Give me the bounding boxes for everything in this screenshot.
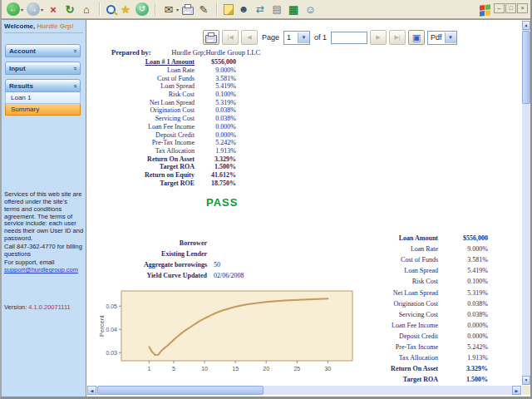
sidebar-section-account[interactable]: Account» xyxy=(5,44,81,57)
row-value: 5.419% xyxy=(438,267,488,274)
row-value: 50 xyxy=(207,261,220,268)
print-icon xyxy=(182,7,194,15)
chevron-up-icon: » xyxy=(71,84,78,87)
maximize-button[interactable]: □ xyxy=(505,3,516,13)
table-row: Servicing Cost0.038% xyxy=(110,115,236,123)
table-row: Loan # 1 Amount$556,000 xyxy=(110,58,236,66)
svg-text:25: 25 xyxy=(293,366,300,372)
forward-button[interactable]: →▾ xyxy=(27,2,43,16)
edit-button[interactable]: ✎ xyxy=(197,2,210,16)
history-icon: ↺ xyxy=(135,2,149,16)
svg-text:1: 1 xyxy=(147,366,150,372)
svg-text:20: 20 xyxy=(263,366,269,372)
sidebar: Welcome, Hurdle Grp! Account»Input»Resul… xyxy=(2,20,86,397)
search-button[interactable] xyxy=(106,5,116,14)
row-value: 9.000% xyxy=(195,66,236,74)
welcome-text: Welcome, Hurdle Grp! xyxy=(4,22,83,33)
contacts-icon: ☺ xyxy=(303,2,317,16)
row-value: 0.038% xyxy=(438,311,488,318)
vertical-scrollbar[interactable]: ▲ ▼ xyxy=(522,21,530,385)
row-value: 1.913% xyxy=(195,147,236,155)
table-row: Yield Curve Updated02/06/2008 xyxy=(123,270,264,281)
contacts-button[interactable]: ☺ xyxy=(303,2,317,16)
table-row: Return on Equity41.612% xyxy=(110,171,236,180)
spreadsheet-button[interactable]: ▦ xyxy=(287,2,300,16)
stop-button[interactable]: × xyxy=(47,2,60,16)
refresh-button[interactable]: ↻ xyxy=(63,2,76,16)
vertical-scroll-thumb[interactable] xyxy=(522,31,530,104)
share-button[interactable]: ⇄ xyxy=(254,2,267,16)
loan-details: BorrowerExisting LenderAggregate borrowi… xyxy=(123,238,264,281)
row-label: Loan Rate xyxy=(110,66,195,74)
version-label: Version: xyxy=(4,303,27,311)
document-button[interactable]: ▤ xyxy=(270,2,283,16)
row-label: Loan Spread xyxy=(361,267,438,274)
row-label: Aggregate borrowings xyxy=(123,261,207,268)
back-button[interactable]: ←▾ xyxy=(7,2,23,16)
print-button[interactable] xyxy=(182,4,194,15)
row-label: Loan Fee Income xyxy=(361,322,438,329)
scroll-down-icon[interactable]: ▼ xyxy=(522,376,530,385)
row-value: 1.500% xyxy=(195,163,236,170)
table-row: Loan Fee Income0.000% xyxy=(361,320,488,331)
history-button[interactable]: ↺ xyxy=(135,2,149,16)
sidebar-item-loan-1[interactable]: Loan 1 xyxy=(5,92,81,104)
table-row: Net Loan Spread5.319% xyxy=(361,287,488,298)
row-label: Return On Asset xyxy=(110,155,195,163)
horizontal-scrollbar[interactable]: ◀ ▶ xyxy=(87,386,521,395)
table-row: Net Loan Spread5.319% xyxy=(110,98,236,106)
row-label: Yield Curve Updated xyxy=(123,272,207,279)
scroll-left-icon[interactable]: ◀ xyxy=(87,386,96,395)
document-icon: ▤ xyxy=(270,2,283,16)
svg-text:0.05: 0.05 xyxy=(106,303,117,309)
home-button[interactable]: ⌂ xyxy=(80,2,93,16)
row-label: Target ROA xyxy=(361,376,438,383)
row-label: Loan Fee Income xyxy=(110,123,195,131)
row-value: $556,000 xyxy=(195,58,236,66)
chevron-down-icon: » xyxy=(71,66,78,70)
sidebar-section-results[interactable]: Results» xyxy=(5,79,81,92)
sidebar-item-summary[interactable]: Summary xyxy=(5,104,81,116)
row-value: 0.100% xyxy=(438,278,488,285)
table-row: Origination Cost0.038% xyxy=(110,106,236,115)
scroll-right-icon[interactable]: ▶ xyxy=(512,386,521,395)
row-value: 1.500% xyxy=(438,376,488,383)
horizontal-scroll-thumb[interactable] xyxy=(97,386,264,395)
note-button[interactable] xyxy=(224,4,234,15)
app-window: ←▾→▾×↻⌂★↺✉▾✎☻⇄▤▦☺ –□× Welcome, Hurdle Gr… xyxy=(0,0,532,399)
table-row: Deposit Credit0.000% xyxy=(110,131,236,139)
messenger-button[interactable]: ☻ xyxy=(237,2,250,16)
sidebar-section-input[interactable]: Input» xyxy=(5,62,81,75)
row-label: Cost of Funds xyxy=(110,75,195,82)
row-label: Net Loan Spread xyxy=(110,99,195,106)
detail-table: Loan Amount$556,000Loan Rate9.000%Cost o… xyxy=(361,233,488,396)
row-value: 3.329% xyxy=(195,155,236,163)
row-value: 0.000% xyxy=(438,322,488,329)
support-email-link[interactable]: support@hurdlegroup.com xyxy=(4,266,78,273)
favorites-button[interactable]: ★ xyxy=(119,2,132,16)
row-label: Servicing Cost xyxy=(110,115,195,122)
table-row: Servicing Cost0.038% xyxy=(361,309,488,320)
row-label: Risk Cost xyxy=(361,278,438,285)
row-value: $556,000 xyxy=(438,234,488,242)
table-row: Pre-Tax Income5.242% xyxy=(110,139,236,147)
toolbar-separator xyxy=(155,2,156,16)
row-label: Risk Cost xyxy=(110,91,195,98)
row-value: 3.329% xyxy=(438,365,488,372)
share-icon: ⇄ xyxy=(254,2,267,16)
refresh-icon: ↻ xyxy=(63,2,76,16)
logo-green xyxy=(485,4,490,10)
close-button[interactable]: × xyxy=(517,3,528,13)
scroll-up-icon[interactable]: ▲ xyxy=(522,21,530,30)
summary-table: Loan # 1 Amount$556,000Loan Rate9.000%Co… xyxy=(110,58,236,187)
row-value: 1.913% xyxy=(438,354,488,362)
table-row: Loan Rate9.000% xyxy=(361,244,488,254)
mail-button[interactable]: ✉▾ xyxy=(162,2,179,16)
minimize-button[interactable]: – xyxy=(494,3,505,13)
pass-status: PASS xyxy=(206,196,238,209)
logo-red xyxy=(480,5,485,11)
table-row: Risk Cost0.100% xyxy=(110,91,236,99)
section-label: Results xyxy=(9,82,33,90)
row-value: 3.581% xyxy=(438,256,488,264)
svg-text:30: 30 xyxy=(324,366,331,372)
